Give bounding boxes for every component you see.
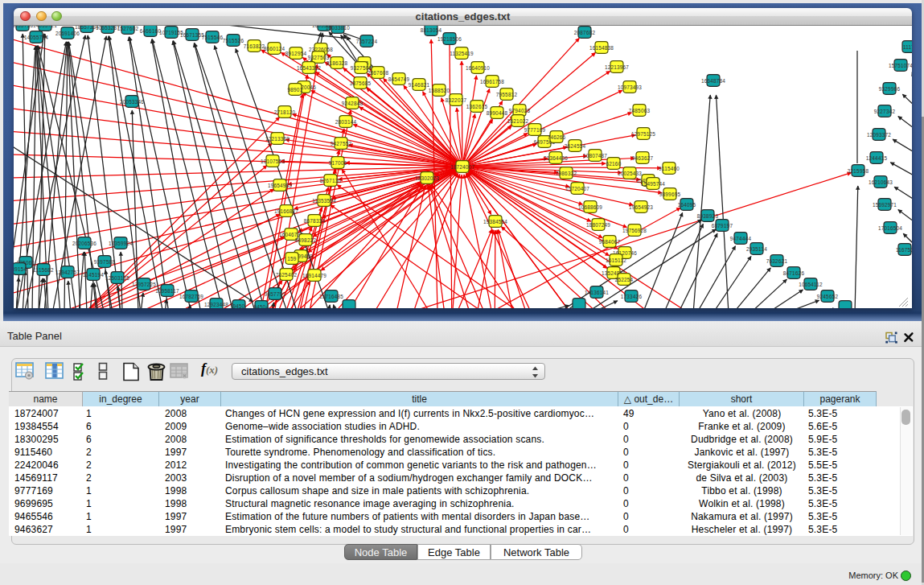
svg-text:164095: 164095 [678, 202, 696, 208]
svg-text:19166827: 19166827 [274, 208, 298, 214]
svg-text:9427552: 9427552 [331, 141, 352, 146]
svg-text:10025433: 10025433 [618, 171, 642, 176]
svg-text:3875685: 3875685 [350, 80, 372, 86]
svg-text:1588520: 1588520 [429, 88, 450, 93]
svg-text:3624554: 3624554 [565, 143, 586, 149]
svg-text:8912954: 8912954 [285, 51, 307, 56]
svg-text:9327503: 9327503 [308, 55, 330, 60]
svg-text:15720407: 15720407 [565, 186, 589, 192]
svg-text:7357224: 7357224 [356, 39, 378, 44]
svg-text:19384554: 19384554 [483, 219, 507, 225]
svg-text:2867608: 2867608 [368, 70, 389, 76]
svg-text:7515526: 7515526 [223, 38, 244, 43]
svg-text:10973493: 10973493 [618, 84, 642, 90]
svg-text:7485063: 7485063 [629, 108, 651, 113]
svg-text:9450: 9450 [232, 303, 244, 309]
svg-text:9242848: 9242848 [342, 101, 363, 106]
svg-text:16154838: 16154838 [589, 45, 614, 51]
svg-text:15692971: 15692971 [873, 202, 897, 208]
svg-text:16543382: 16543382 [297, 65, 321, 71]
svg-text:1115682: 1115682 [33, 267, 54, 273]
svg-text:9463627: 9463627 [632, 155, 654, 161]
svg-text:17016504: 17016504 [878, 225, 902, 231]
svg-text:9146821: 9146821 [409, 82, 430, 88]
svg-text:7986322: 7986322 [556, 171, 577, 176]
svg-text:10807487: 10807487 [583, 153, 607, 159]
svg-text:18724007: 18724007 [450, 164, 474, 170]
svg-text:1615112: 1615112 [606, 257, 626, 263]
svg-text:7632621: 7632621 [766, 258, 788, 264]
svg-text:8678334: 8678334 [304, 218, 326, 224]
svg-text:8186328: 8186328 [326, 60, 348, 66]
svg-text:9397588: 9397588 [94, 259, 116, 265]
svg-text:12213369: 12213369 [265, 136, 290, 142]
svg-text:20053346: 20053346 [120, 99, 144, 105]
svg-text:7515546: 7515546 [202, 35, 224, 40]
svg-text:8454749: 8454749 [388, 76, 410, 82]
svg-text:2087682: 2087682 [574, 30, 596, 35]
svg-text:12975125: 12975125 [631, 131, 655, 137]
svg-text:2803144: 2803144 [335, 119, 357, 125]
svg-text:14136141: 14136141 [585, 290, 609, 295]
svg-text:116753: 116753 [896, 247, 912, 253]
svg-text:9794028: 9794028 [509, 108, 531, 113]
svg-text:159: 159 [287, 256, 297, 262]
svg-text:12942757: 12942757 [55, 270, 80, 275]
svg-text:20206536: 20206536 [72, 241, 97, 246]
svg-text:18302023: 18302023 [415, 175, 439, 181]
svg-text:19756928: 19756928 [622, 228, 647, 233]
svg-text:9329966: 9329966 [879, 86, 901, 92]
svg-text:16640910: 16640910 [466, 65, 490, 71]
svg-text:19654983: 19654983 [268, 183, 292, 188]
svg-text:12213967: 12213967 [605, 64, 629, 70]
svg-text:9777169: 9777169 [524, 127, 546, 133]
svg-text:39154: 39154 [14, 266, 27, 272]
svg-text:19654923: 19654923 [629, 204, 653, 210]
svg-text:8267130: 8267130 [320, 178, 342, 183]
svg-text:17359924: 17359924 [109, 241, 133, 246]
svg-text:1117: 1117 [903, 44, 912, 50]
svg-text:8660124: 8660124 [264, 46, 285, 51]
svg-text:8938923: 8938923 [697, 213, 719, 219]
svg-text:1145194: 1145194 [83, 272, 104, 278]
svg-text:15751074: 15751074 [889, 63, 912, 68]
svg-text:1621022: 1621022 [507, 118, 529, 124]
svg-text:2718120: 2718120 [274, 109, 296, 115]
svg-text:10688609: 10688609 [578, 204, 602, 210]
svg-text:9115460: 9115460 [659, 166, 680, 171]
svg-text:16210643: 16210643 [869, 179, 893, 185]
svg-text:7955812: 7955812 [496, 92, 518, 97]
svg-text:16648784: 16648784 [701, 78, 725, 84]
svg-text:1527602: 1527602 [117, 26, 139, 31]
svg-text:2935114: 2935114 [746, 246, 767, 252]
svg-text:3215958: 3215958 [848, 168, 869, 174]
svg-text:10958117: 10958117 [155, 288, 179, 294]
svg-text:21364436: 21364436 [544, 155, 568, 161]
svg-text:17957225: 17957225 [132, 282, 156, 287]
svg-text:14055721: 14055721 [33, 26, 57, 28]
svg-text:252254: 252254 [615, 277, 634, 282]
svg-text:7163822: 7163822 [244, 43, 265, 49]
svg-text:9245652: 9245652 [817, 294, 839, 299]
svg-text:1362615: 1362615 [466, 104, 488, 109]
svg-text:20691406: 20691406 [55, 31, 80, 36]
svg-text:8035736: 8035736 [14, 26, 33, 28]
svg-text:10654112: 10654112 [799, 282, 823, 287]
svg-text:8990448: 8990448 [487, 110, 508, 116]
svg-text:11325419: 11325419 [450, 51, 474, 56]
svg-text:9227342: 9227342 [874, 109, 896, 114]
svg-text:12923448: 12923448 [204, 302, 228, 307]
svg-text:9657791: 9657791 [265, 291, 286, 297]
svg-text:11353594: 11353594 [312, 198, 336, 204]
svg-text:19218506: 19218506 [437, 36, 462, 42]
svg-text:8322037: 8322037 [446, 97, 467, 103]
svg-text:6879197: 6879197 [712, 223, 733, 229]
svg-text:16033810: 16033810 [326, 26, 350, 31]
svg-text:62160: 62160 [606, 161, 622, 167]
svg-text:746266: 746266 [548, 134, 566, 140]
svg-text:8498222: 8498222 [295, 237, 317, 243]
svg-text:14055724: 14055724 [24, 35, 48, 40]
svg-text:98901: 98901 [288, 87, 303, 93]
svg-text:6466160: 6466160 [140, 28, 162, 34]
svg-text:15716485: 15716485 [319, 294, 343, 299]
